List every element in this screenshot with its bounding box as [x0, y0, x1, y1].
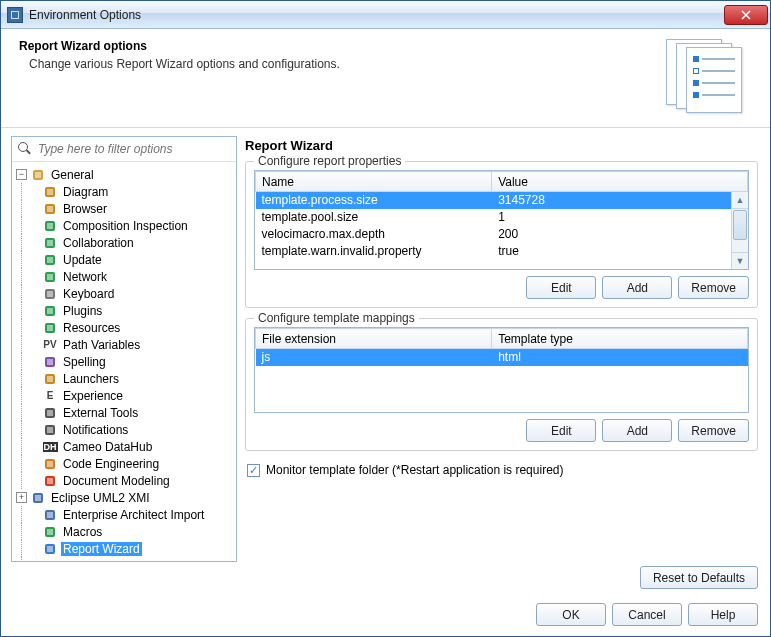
- col-value[interactable]: Value: [492, 172, 748, 192]
- tree-item-label: Notifications: [61, 423, 130, 437]
- update-icon: [42, 252, 58, 268]
- report-icon: [42, 541, 58, 557]
- report-properties-table[interactable]: Name Value template.process.size3145728t…: [254, 170, 749, 270]
- tree-item-document-modeling[interactable]: Document Modeling: [14, 472, 234, 489]
- tree-item-path-variables[interactable]: PVPath Variables: [14, 336, 234, 353]
- table-row[interactable]: template.warn.invalid.propertytrue: [256, 243, 748, 260]
- template-mappings-legend: Configure template mappings: [254, 311, 419, 325]
- tree-item-report-wizard[interactable]: Report Wizard: [14, 540, 234, 557]
- tree-expander-icon[interactable]: −: [16, 169, 27, 180]
- tree-item-notifications[interactable]: Notifications: [14, 421, 234, 438]
- props-edit-button[interactable]: Edit: [526, 276, 596, 299]
- tree-item-composition-inspection[interactable]: Composition Inspection: [14, 217, 234, 234]
- template-mappings-group: Configure template mappings File extensi…: [245, 318, 758, 451]
- tree-item-network[interactable]: Network: [14, 268, 234, 285]
- tree-item-cameo-datahub[interactable]: DHCameo DataHub: [14, 438, 234, 455]
- header-illustration: [662, 39, 752, 117]
- options-tree-panel: −GeneralDiagramBrowserComposition Inspec…: [11, 136, 237, 562]
- resources-icon: [42, 320, 58, 336]
- tree-item-experience[interactable]: EExperience: [14, 387, 234, 404]
- monitor-template-checkbox[interactable]: ✓ Monitor template folder (*Restart appl…: [247, 463, 760, 477]
- close-icon: [741, 10, 751, 20]
- app-icon: [7, 7, 23, 23]
- window: Environment Options Report Wizard option…: [0, 0, 771, 637]
- tree-item-label: Update: [61, 253, 104, 267]
- tree-item-label: External Tools: [61, 406, 140, 420]
- svg-rect-40: [45, 561, 55, 562]
- svg-rect-31: [47, 478, 53, 484]
- cell-name: template.process.size: [256, 192, 492, 209]
- tree-item-launchers[interactable]: Launchers: [14, 370, 234, 387]
- tools-icon: [42, 405, 58, 421]
- ok-button[interactable]: OK: [536, 603, 606, 626]
- tree-item-label: Plugins: [61, 304, 104, 318]
- col-template-type[interactable]: Template type: [492, 329, 748, 349]
- sim-icon: [42, 558, 58, 562]
- diagram-icon: [42, 184, 58, 200]
- cell-value: 200: [492, 226, 748, 243]
- content-panel: Report Wizard Configure report propertie…: [243, 136, 760, 562]
- svg-rect-27: [47, 427, 53, 433]
- window-title: Environment Options: [29, 8, 141, 22]
- report-properties-legend: Configure report properties: [254, 154, 405, 168]
- template-mappings-table[interactable]: File extension Template type jshtml: [254, 327, 749, 413]
- tree-item-collaboration[interactable]: Collaboration: [14, 234, 234, 251]
- svg-rect-29: [47, 461, 53, 467]
- table-row[interactable]: template.pool.size1: [256, 209, 748, 226]
- table-row[interactable]: template.process.size3145728: [256, 192, 748, 209]
- props-remove-button[interactable]: Remove: [678, 276, 749, 299]
- tree-item-enterprise-architect-import[interactable]: Enterprise Architect Import: [14, 506, 234, 523]
- tree-item-diagram[interactable]: Diagram: [14, 183, 234, 200]
- tree-item-spelling[interactable]: Spelling: [14, 353, 234, 370]
- tree-item-keyboard[interactable]: Keyboard: [14, 285, 234, 302]
- maps-edit-button[interactable]: Edit: [526, 419, 596, 442]
- tree-item-plugins[interactable]: Plugins: [14, 302, 234, 319]
- filter-input[interactable]: [36, 141, 230, 157]
- tree-item-simulation[interactable]: Simulation: [14, 557, 234, 561]
- tree-item-external-tools[interactable]: External Tools: [14, 404, 234, 421]
- cell-value: 1: [492, 209, 748, 226]
- scroll-down-icon[interactable]: ▼: [732, 252, 748, 269]
- cancel-button[interactable]: Cancel: [612, 603, 682, 626]
- svg-rect-37: [47, 529, 53, 535]
- table-row[interactable]: jshtml: [256, 349, 748, 366]
- eclipse-icon: [30, 490, 46, 506]
- tree-item-eclipse-uml2-xmi[interactable]: +Eclipse UML2 XMI: [14, 489, 234, 506]
- tree-item-label: Experience: [61, 389, 125, 403]
- col-file-ext[interactable]: File extension: [256, 329, 492, 349]
- spell-icon: [42, 354, 58, 370]
- tree-item-label: Enterprise Architect Import: [61, 508, 206, 522]
- reset-defaults-button[interactable]: Reset to Defaults: [640, 566, 758, 589]
- maps-add-button[interactable]: Add: [602, 419, 672, 442]
- props-add-button[interactable]: Add: [602, 276, 672, 299]
- help-button[interactable]: Help: [688, 603, 758, 626]
- svg-rect-35: [47, 512, 53, 518]
- table-row[interactable]: velocimacro.max.depth200: [256, 226, 748, 243]
- tree-item-general[interactable]: −General: [14, 166, 234, 183]
- checkbox-icon: ✓: [247, 464, 260, 477]
- header-title: Report Wizard options: [19, 39, 662, 53]
- tree-expander-icon[interactable]: +: [16, 492, 27, 503]
- tree-item-browser[interactable]: Browser: [14, 200, 234, 217]
- tree-item-macros[interactable]: Macros: [14, 523, 234, 540]
- tree-item-resources[interactable]: Resources: [14, 319, 234, 336]
- col-name[interactable]: Name: [256, 172, 492, 192]
- svg-rect-17: [47, 308, 53, 314]
- monitor-template-label: Monitor template folder (*Restart applic…: [266, 463, 563, 477]
- tree-item-code-engineering[interactable]: Code Engineering: [14, 455, 234, 472]
- cell-name: template.warn.invalid.property: [256, 243, 492, 260]
- svg-rect-21: [47, 359, 53, 365]
- keyboard-icon: [42, 286, 58, 302]
- options-tree[interactable]: −GeneralDiagramBrowserComposition Inspec…: [12, 162, 236, 561]
- props-scrollbar[interactable]: ▲ ▼: [731, 192, 748, 269]
- scroll-thumb[interactable]: [733, 210, 747, 240]
- search-icon: [18, 142, 32, 156]
- scroll-up-icon[interactable]: ▲: [732, 192, 748, 209]
- tree-item-label: Path Variables: [61, 338, 142, 352]
- svg-rect-25: [47, 410, 53, 416]
- maps-remove-button[interactable]: Remove: [678, 419, 749, 442]
- close-button[interactable]: [724, 5, 768, 25]
- tree-item-update[interactable]: Update: [14, 251, 234, 268]
- tree-item-label: Keyboard: [61, 287, 116, 301]
- svg-rect-11: [47, 257, 53, 263]
